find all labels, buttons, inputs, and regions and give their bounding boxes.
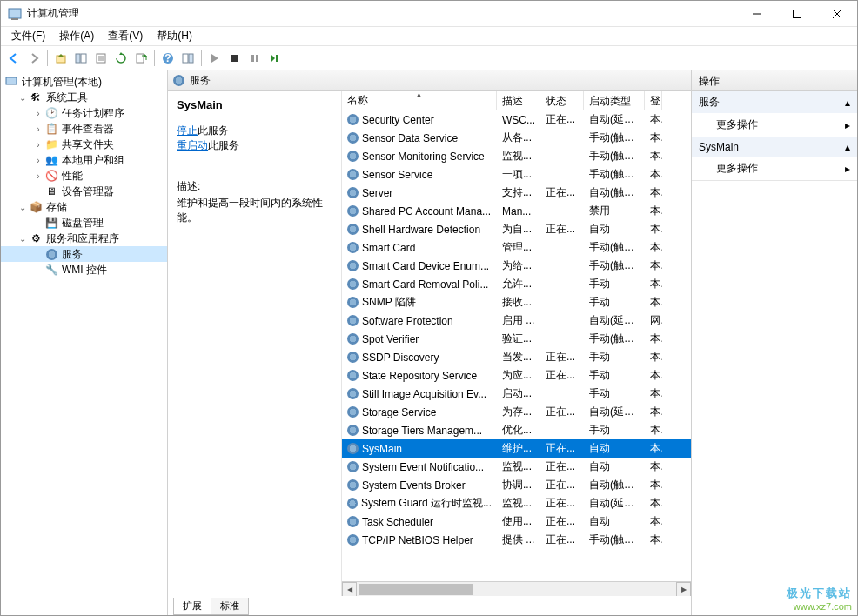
gear-icon [347,224,359,235]
tree-disk-management[interactable]: 💾磁盘管理 [1,215,167,231]
back-button[interactable] [4,49,23,68]
tree-storage[interactable]: ⌄📦存储 [1,199,167,215]
tree-event-viewer[interactable]: ›📋事件查看器 [1,121,167,137]
service-row[interactable]: Storage Service为存...正在...自动(延迟...本 [342,403,691,421]
service-row[interactable]: Task Scheduler使用...正在...自动本 [342,512,691,531]
svg-rect-21 [276,55,278,62]
cell-name: Sensor Service [342,169,497,181]
tree-root[interactable]: 计算机管理(本地) [1,74,167,90]
cell-logon: 本 [645,496,662,511]
service-row[interactable]: Shared PC Account Mana...Man...禁用本 [342,202,691,220]
tree-shared-folders[interactable]: ›📁共享文件夹 [1,137,167,152]
service-row[interactable]: Spot Verifier验证...手动(触发...本 [342,330,691,348]
export-button[interactable] [131,49,151,68]
cell-logon: 本 [645,441,662,456]
collapse-icon[interactable]: ⌄ [17,234,29,244]
expand-icon[interactable]: › [32,109,44,118]
tree-panel[interactable]: 计算机管理(本地) ⌄🛠系统工具 ›🕑任务计划程序 ›📋事件查看器 ›📁共享文件… [1,70,168,615]
stop-service-button[interactable] [225,49,245,68]
stop-service-link-row: 停止此服务 [177,124,332,138]
collapse-icon[interactable]: ⌄ [17,203,29,212]
actions-group-services[interactable]: 服务▴ [692,91,857,113]
service-row[interactable]: Still Image Acquisition Ev...启动...手动本 [342,385,691,403]
tree-system-tools[interactable]: ⌄🛠系统工具 [1,90,167,105]
service-row[interactable]: System Events Broker协调...正在...自动(触发...本 [342,476,691,494]
show-hide-tree-button[interactable] [71,49,90,68]
service-row[interactable]: State Repository Service为应...正在...手动本 [342,366,691,385]
tree-services-apps[interactable]: ⌄⚙服务和应用程序 [1,231,167,246]
forward-button[interactable] [24,49,44,68]
properties-button[interactable] [91,49,111,68]
actions-more-services[interactable]: 更多操作▸ [692,113,857,137]
tree-wmi[interactable]: 🔧WMI 控件 [1,262,167,278]
tree-local-users[interactable]: ›👥本地用户和组 [1,152,167,168]
scroll-thumb[interactable] [359,584,473,595]
service-row[interactable]: Storage Tiers Managem...优化...手动本 [342,421,691,439]
tree-services[interactable]: 服务 [1,246,167,262]
tree-task-scheduler[interactable]: ›🕑任务计划程序 [1,105,167,121]
service-row[interactable]: Smart Card Device Enum...为给...手动(触发...本 [342,257,691,275]
service-row[interactable]: Shell Hardware Detection为自...正在...自动本 [342,220,691,238]
refresh-button[interactable] [111,49,131,68]
service-row[interactable]: SysMain维护...正在...自动本 [342,439,691,458]
menu-action[interactable]: 操作(A) [52,27,101,45]
service-row[interactable]: Sensor Service一项...手动(触发...本 [342,165,691,184]
cell-logon: 本 [645,423,662,438]
maximize-button[interactable] [777,1,817,27]
column-startup-type[interactable]: 启动类型 [584,91,645,110]
service-row[interactable]: Server支持...正在...自动(触发...本 [342,184,691,202]
stop-link[interactable]: 停止 [177,124,198,137]
help-button[interactable]: ? [158,49,178,68]
restart-link[interactable]: 重启动 [177,139,208,151]
service-row[interactable]: Sensor Data Service从各...手动(触发...本 [342,129,691,147]
service-row[interactable]: SNMP 陷阱接收...手动本 [342,293,691,311]
show-hide-action-button[interactable] [178,49,198,68]
column-name[interactable]: 名称▲ [342,91,497,110]
service-row[interactable]: Smart Card管理...手动(触发...本 [342,238,691,257]
gear-icon [347,406,359,418]
column-logon[interactable]: 登 [645,91,662,110]
horizontal-scrollbar[interactable]: ◀ ▶ [342,581,691,596]
panel-title: 服务 [190,73,211,88]
menu-file[interactable]: 文件(F) [4,27,52,45]
expand-icon[interactable]: › [32,156,44,165]
actions-more-sysmain[interactable]: 更多操作▸ [692,157,857,180]
service-row[interactable]: System Guard 运行时监视...监视...正在...自动(延迟...本 [342,494,691,512]
menu-help[interactable]: 帮助(H) [150,27,199,45]
actions-group-sysmain[interactable]: SysMain▴ [692,137,857,157]
collapse-icon[interactable]: ⌄ [17,93,29,103]
service-row[interactable]: System Event Notificatio...监视...正在...自动本 [342,458,691,476]
service-row[interactable]: Sensor Monitoring Service监视...手动(触发...本 [342,147,691,165]
start-service-button[interactable] [205,49,225,68]
center-panel: 服务 SysMain 停止此服务 重启动此服务 描述: 维护和提高一段时间内的系… [168,70,692,615]
service-row[interactable]: Smart Card Removal Poli...允许...手动本 [342,275,691,293]
menu-view[interactable]: 查看(V) [101,27,150,45]
restart-service-button[interactable] [265,49,285,68]
tab-extended[interactable]: 扩展 [173,598,211,615]
pause-service-button[interactable] [245,49,265,68]
tree-performance[interactable]: ›🚫性能 [1,168,167,184]
svg-rect-3 [794,10,801,17]
minimize-button[interactable] [737,1,777,27]
cell-desc: 优化... [497,423,540,438]
service-row[interactable]: Security CenterWSC...正在...自动(延迟...本 [342,110,691,129]
service-row[interactable]: SSDP Discovery当发...正在...手动本 [342,348,691,366]
scroll-left-button[interactable]: ◀ [342,582,357,596]
tree-device-manager[interactable]: 🖥设备管理器 [1,184,167,199]
scroll-right-button[interactable]: ▶ [676,582,691,596]
column-description[interactable]: 描述 [497,91,540,110]
expand-icon[interactable]: › [32,171,44,181]
service-row[interactable]: TCP/IP NetBIOS Helper提供 ...正在...手动(触发...… [342,531,691,549]
expand-icon[interactable]: › [32,124,44,134]
expand-icon[interactable]: › [32,140,44,150]
center-header: 服务 [168,70,691,91]
service-row[interactable]: Software Protection启用 ...自动(延迟...网 [342,311,691,330]
cell-startup: 自动(延迟... [584,405,645,419]
up-button[interactable] [51,49,70,68]
list-body[interactable]: Security CenterWSC...正在...自动(延迟...本Senso… [342,110,691,581]
column-status[interactable]: 状态 [540,91,584,110]
actions-header: 操作 [692,70,857,91]
tab-standard[interactable]: 标准 [211,598,249,615]
tree-label: WMI 控件 [62,263,107,278]
close-button[interactable] [817,1,857,27]
